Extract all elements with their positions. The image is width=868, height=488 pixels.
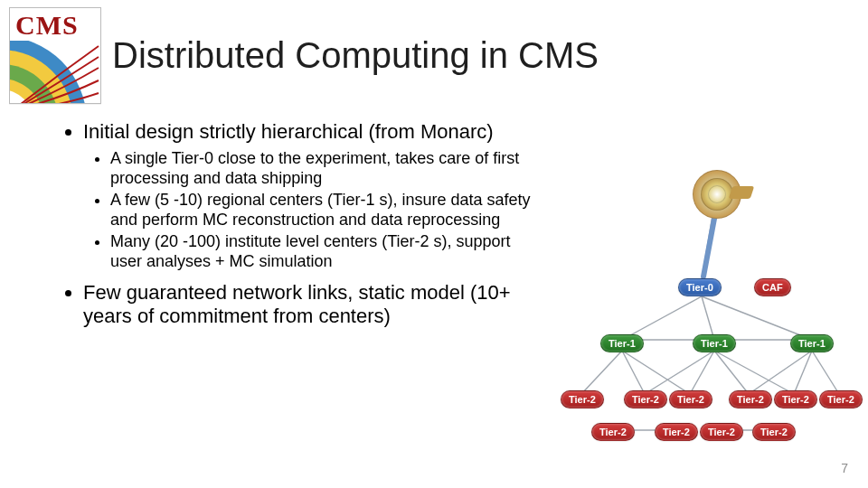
- page-number: 7: [841, 461, 848, 475]
- node-tier2: Tier-2: [774, 390, 817, 408]
- node-tier2: Tier-2: [561, 390, 604, 408]
- slide-title: Distributed Computing in CMS: [112, 35, 599, 76]
- node-tier2: Tier-2: [819, 390, 863, 408]
- tier-diagram: Tier-0 CAF Tier-1 Tier-1 Tier-1 Tier-2 T…: [559, 170, 857, 441]
- node-tier2: Tier-2: [752, 423, 796, 441]
- node-tier1: Tier-1: [600, 334, 644, 352]
- node-caf: CAF: [754, 278, 791, 296]
- node-tier2: Tier-2: [624, 390, 667, 408]
- detector-icon: [685, 170, 749, 219]
- svg-line-15: [714, 351, 749, 394]
- title-row: CMS Distributed Computing in C: [0, 0, 868, 104]
- svg-line-24: [703, 219, 714, 277]
- node-tier2: Tier-2: [591, 423, 635, 441]
- bullet-tier1-desc: A few (5 -10) regional centers (Tier-1 s…: [110, 191, 535, 230]
- svg-line-20: [714, 351, 794, 394]
- bullet-tier0-desc: A single Tier-0 close to the experiment,…: [110, 149, 535, 189]
- node-tier0: Tier-0: [678, 278, 722, 296]
- svg-line-8: [702, 296, 714, 340]
- bullet-tier2-desc: Many (20 -100) institute level centers (…: [110, 232, 535, 272]
- node-tier2: Tier-2: [700, 423, 743, 441]
- svg-line-14: [690, 351, 714, 394]
- svg-line-9: [702, 296, 812, 340]
- node-tier2: Tier-2: [669, 390, 712, 408]
- node-tier1: Tier-1: [693, 334, 736, 352]
- bullet-network-links: Few guaranteed network links, static mod…: [83, 281, 553, 328]
- svg-line-17: [812, 351, 839, 394]
- node-tier2: Tier-2: [729, 390, 772, 408]
- node-tier1: Tier-1: [790, 334, 834, 352]
- node-tier2: Tier-2: [655, 423, 698, 441]
- bullet-initial-design: Initial design strictly hierarchical (fr…: [83, 120, 553, 144]
- cms-logo: CMS: [9, 7, 101, 104]
- cms-logo-text: CMS: [10, 8, 100, 41]
- svg-line-7: [622, 296, 702, 340]
- svg-line-12: [581, 351, 622, 394]
